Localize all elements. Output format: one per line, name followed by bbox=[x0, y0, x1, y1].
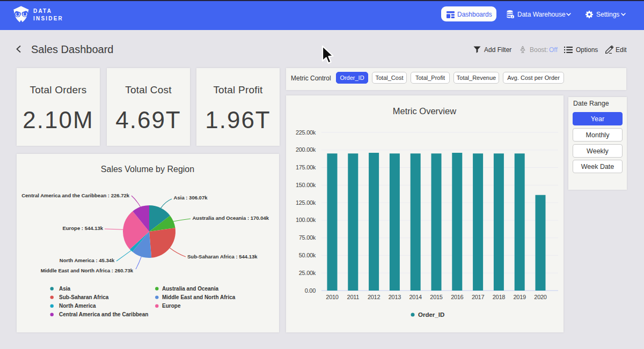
svg-text:25.00k: 25.00k bbox=[299, 270, 316, 276]
svg-text:2013: 2013 bbox=[389, 294, 401, 300]
svg-text:Asia: Asia bbox=[59, 286, 71, 292]
svg-text:Sales Volume by Region: Sales Volume by Region bbox=[101, 165, 194, 174]
svg-text:2017: 2017 bbox=[472, 294, 484, 300]
svg-text:North America: North America bbox=[59, 303, 96, 309]
svg-text:2019: 2019 bbox=[514, 294, 526, 300]
svg-text:200.00k: 200.00k bbox=[296, 146, 316, 153]
svg-text:Middle East and North Africa: Middle East and North Africa bbox=[162, 294, 236, 300]
svg-text:Sub-Saharan Africa : 544.13k: Sub-Saharan Africa : 544.13k bbox=[187, 254, 258, 259]
svg-text:Asia : 306.07k: Asia : 306.07k bbox=[174, 195, 208, 201]
svg-text:2010: 2010 bbox=[326, 294, 338, 300]
svg-text:Metric Overview: Metric Overview bbox=[393, 106, 456, 116]
svg-text:125.00k: 125.00k bbox=[296, 199, 316, 206]
svg-text:150.00k: 150.00k bbox=[296, 182, 316, 188]
svg-text:2014: 2014 bbox=[409, 294, 422, 300]
svg-text:Central America and the Caribb: Central America and the Caribbean : 226.… bbox=[21, 192, 130, 198]
svg-text:North America : 45.34k: North America : 45.34k bbox=[60, 257, 115, 263]
svg-text:Australia and Oceania : 170.04: Australia and Oceania : 170.04k bbox=[193, 215, 269, 221]
svg-text:2018: 2018 bbox=[493, 294, 505, 300]
svg-text:75.00k: 75.00k bbox=[299, 234, 316, 241]
svg-text:0.00: 0.00 bbox=[305, 287, 316, 294]
svg-text:Sub-Saharan Africa: Sub-Saharan Africa bbox=[59, 294, 109, 300]
svg-text:2016: 2016 bbox=[451, 294, 463, 300]
svg-text:2020: 2020 bbox=[534, 294, 546, 300]
svg-text:100.00k: 100.00k bbox=[296, 217, 316, 223]
svg-text:225.00k: 225.00k bbox=[296, 129, 316, 136]
svg-text:Europe: Europe bbox=[162, 303, 181, 309]
svg-text:Europe : 544.13k: Europe : 544.13k bbox=[62, 225, 103, 231]
svg-text:Order_ID: Order_ID bbox=[418, 311, 444, 318]
svg-text:2015: 2015 bbox=[430, 294, 442, 300]
svg-text:Australia and Oceania: Australia and Oceania bbox=[162, 286, 218, 292]
svg-text:Middle East and North Africa :: Middle East and North Africa : 260.73k bbox=[41, 268, 134, 273]
svg-text:175.00k: 175.00k bbox=[296, 164, 316, 170]
svg-text:Central America and the Caribb: Central America and the Caribbean bbox=[59, 311, 148, 317]
svg-text:50.00k: 50.00k bbox=[299, 252, 316, 258]
svg-text:2011: 2011 bbox=[347, 294, 360, 300]
svg-text:2012: 2012 bbox=[368, 294, 380, 300]
